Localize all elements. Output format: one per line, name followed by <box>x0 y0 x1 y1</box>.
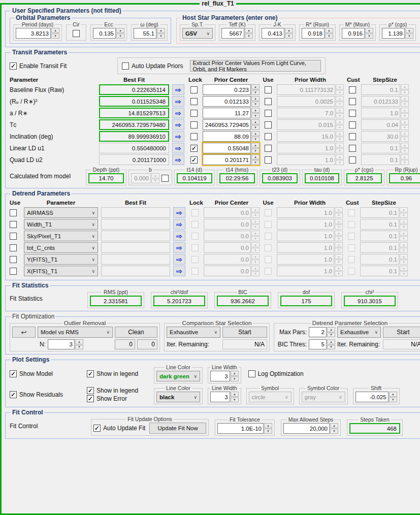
spinner-up-icon[interactable]: ▲ <box>335 266 343 271</box>
circular-orbit-checkbox[interactable] <box>73 30 80 37</box>
stepsize-spinner[interactable]: 0.1▲▼ <box>361 154 409 165</box>
spinner-down-icon[interactable]: ▼ <box>251 90 260 95</box>
max-allowed-steps-spinner[interactable]: 20,000▲▼ <box>283 423 338 434</box>
spinner-down-icon[interactable]: ▼ <box>251 260 260 265</box>
show-residuals[interactable]: ✓ Show Residuals <box>10 391 82 398</box>
use-prior-checkbox[interactable] <box>265 98 272 105</box>
auto-update-fit[interactable]: ✓ Auto Update Fit <box>93 425 145 432</box>
stepsize-spinner[interactable]: 0.1▲▼ <box>360 207 408 218</box>
max-allowed-steps-spinner-value[interactable]: 20,000 <box>283 423 330 434</box>
prior-width-spinner-value[interactable]: 1.0 <box>277 207 334 218</box>
prior-width-spinner-value[interactable]: 1.0 <box>277 143 335 153</box>
prior-center-spinner-value[interactable]: 11.27 <box>203 108 251 118</box>
stepsize-spinner-value[interactable]: 1.0 <box>361 108 400 118</box>
spinner-up-icon[interactable]: ▲ <box>405 28 413 33</box>
spinner-up-icon[interactable]: ▲ <box>335 207 343 212</box>
prior-center-spinner[interactable]: 0.0▲▼ <box>204 266 260 276</box>
transfer-arrow-button[interactable]: ⇨ <box>172 96 184 107</box>
spinner-down-icon[interactable]: ▼ <box>251 160 260 165</box>
show-model-checkbox[interactable]: ✓ <box>10 370 17 377</box>
spinner-down-icon[interactable]: ▼ <box>336 102 344 107</box>
spinner-down-icon[interactable]: ▼ <box>116 34 124 39</box>
spinner-up-icon[interactable]: ▲ <box>231 392 239 397</box>
spinner-up-icon[interactable]: ▲ <box>251 219 260 224</box>
lock-checkbox[interactable]: ✓ <box>190 156 198 164</box>
show-error[interactable]: ✓ Show Error <box>87 395 149 402</box>
prior-center-spinner-value[interactable]: 0.0 <box>204 219 251 230</box>
prior-center-spinner-value[interactable]: 88.09 <box>203 131 251 142</box>
transfer-arrow-button[interactable]: ⇨ <box>173 207 185 218</box>
prior-width-spinner[interactable]: 1.0▲▼ <box>277 242 343 253</box>
stepsize-spinner-value[interactable]: 0.1 <box>360 242 399 253</box>
spinner-down-icon[interactable]: ▼ <box>400 236 408 241</box>
transfer-arrow-button[interactable]: ⇨ <box>172 131 184 142</box>
prior-width-spinner-value[interactable]: 0.111773132 <box>277 84 335 95</box>
spinner-down-icon[interactable]: ▼ <box>245 34 253 39</box>
prior-center-spinner-value[interactable]: 0.201171 <box>203 154 251 165</box>
spinner-up-icon[interactable]: ▲ <box>336 108 344 113</box>
prior-center-spinner-value[interactable]: 0.0 <box>204 266 251 276</box>
prior-center-spinner-value[interactable]: 0.55048 <box>203 143 251 153</box>
prior-width-spinner-value[interactable]: 1.0 <box>277 219 334 230</box>
ecc-spinner[interactable]: 0.135▲▼ <box>93 28 124 39</box>
spinner-down-icon[interactable]: ▼ <box>75 345 83 350</box>
prior-width-spinner[interactable]: 1.0▲▼ <box>277 231 343 241</box>
prior-center-spinner[interactable]: 0.0▲▼ <box>204 254 260 265</box>
prior-width-spinner[interactable]: 1.0▲▼ <box>277 143 344 153</box>
fit-tolerance-spinner-value[interactable]: 1.0E-10 <box>217 423 264 434</box>
spinner-up-icon[interactable]: ▲ <box>335 254 343 259</box>
residuals-show-in-legend[interactable]: ✓ Show in legend <box>87 387 149 394</box>
spinner-down-icon[interactable]: ▼ <box>401 137 409 142</box>
spinner-down-icon[interactable]: ▼ <box>336 90 344 95</box>
spinner-down-icon[interactable]: ▼ <box>285 34 293 39</box>
spinner-down-icon[interactable]: ▼ <box>400 224 408 230</box>
show-model[interactable]: ✓ Show Model <box>10 370 82 377</box>
model-line-color-combo[interactable]: dark green∨ <box>156 371 200 381</box>
spinner-up-icon[interactable]: ▲ <box>330 423 338 428</box>
cust-stepsize-checkbox[interactable] <box>349 86 356 93</box>
prior-center-spinner[interactable]: 0.0▲▼ <box>204 207 260 218</box>
spinner-down-icon[interactable]: ▼ <box>401 148 409 153</box>
spectral-type-combo[interactable]: G5V∨ <box>182 28 213 39</box>
prior-width-spinner-value[interactable]: 1.0 <box>277 154 335 165</box>
spinner-down-icon[interactable]: ▼ <box>336 125 344 130</box>
spinner-down-icon[interactable]: ▼ <box>335 248 343 253</box>
detrend-parameter-combo[interactable]: Width_T1∨ <box>24 219 98 230</box>
prior-width-spinner-value[interactable]: 1.0 <box>277 266 334 276</box>
comparison-start-button[interactable]: Start <box>222 327 267 338</box>
spinner-down-icon[interactable]: ▼ <box>231 376 239 381</box>
detrend-selection-method-combo[interactable]: Exhaustive∨ <box>337 327 381 338</box>
impact-lock-checkbox[interactable] <box>161 175 169 182</box>
spinner-down-icon[interactable]: ▼ <box>336 113 344 118</box>
teff-spinner-value[interactable]: 5667 <box>221 28 244 39</box>
enable-transit-fit-checkbox[interactable]: ✓ <box>10 62 17 70</box>
show-in-legend-checkbox[interactable]: ✓ <box>87 370 94 377</box>
model-show-in-legend[interactable]: ✓ Show in legend <box>87 370 149 377</box>
use-prior-checkbox[interactable] <box>265 86 272 93</box>
undo-clean-button[interactable]: ↩ <box>12 327 36 338</box>
spinner-up-icon[interactable]: ▲ <box>251 108 260 113</box>
cust-stepsize-checkbox[interactable] <box>349 156 356 164</box>
spinner-up-icon[interactable]: ▲ <box>285 28 293 33</box>
spinner-up-icon[interactable]: ▲ <box>251 254 260 259</box>
impact-spinner-value[interactable]: 0.000 <box>131 173 151 183</box>
spinner-up-icon[interactable]: ▲ <box>400 231 408 236</box>
fit-tolerance-spinner[interactable]: 1.0E-10▲▼ <box>217 423 272 434</box>
spinner-up-icon[interactable]: ▲ <box>251 96 260 101</box>
auto-update-priors-checkbox[interactable] <box>122 62 129 70</box>
detrend-parameter-combo[interactable]: X(FITS)_T1∨ <box>24 266 98 276</box>
spinner-down-icon[interactable]: ▼ <box>251 113 260 118</box>
spinner-up-icon[interactable]: ▲ <box>251 154 260 159</box>
stepsize-spinner[interactable]: 0.1▲▼ <box>360 231 408 241</box>
detrend-selection-start-button[interactable]: Start <box>383 327 420 338</box>
log-optimization[interactable]: Log Optimization <box>248 370 304 377</box>
spinner-down-icon[interactable]: ▼ <box>335 236 343 241</box>
stepsize-spinner-value[interactable]: 0.1 <box>360 266 399 276</box>
use-detrend-checkbox[interactable] <box>10 233 17 240</box>
lock-checkbox[interactable] <box>190 121 198 128</box>
spinner-down-icon[interactable]: ▼ <box>251 248 260 253</box>
detrend-parameter-combo[interactable]: Sky/Pixel_T1∨ <box>24 231 98 241</box>
show-in-legend-checkbox[interactable]: ✓ <box>87 387 94 394</box>
spinner-down-icon[interactable]: ▼ <box>157 34 165 39</box>
spinner-up-icon[interactable]: ▲ <box>336 143 344 148</box>
